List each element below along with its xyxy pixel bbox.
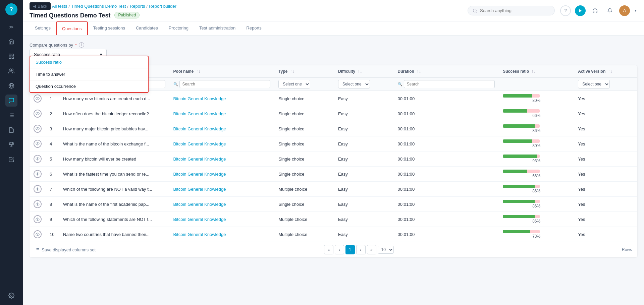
sidebar-item-chat[interactable] <box>5 95 17 107</box>
header-title-row: Timed Questions Demo Test Published <box>30 11 462 19</box>
row-difficulty: Easy <box>334 136 394 151</box>
col-duration[interactable]: Duration ↑↓ <box>394 65 499 77</box>
sidebar-expand[interactable]: ≫ <box>5 21 17 33</box>
prev-page-btn[interactable]: ‹ <box>335 245 344 254</box>
sidebar-item-dashboard[interactable] <box>5 50 17 62</box>
row-duration: 00:01:00 <box>394 182 499 197</box>
filter-duration-input[interactable] <box>404 80 495 88</box>
back-button[interactable]: ◀ Back <box>30 2 51 10</box>
row-type: Single choice <box>274 121 334 136</box>
progress-label: 86% <box>532 189 540 193</box>
content-area: Compare questions by * i Success ratio ▾… <box>23 36 644 305</box>
table-footer: Save displayed columns set « ‹ 1 › » 10 … <box>30 242 637 257</box>
sidebar-item-users[interactable] <box>5 65 17 77</box>
first-page-btn[interactable]: « <box>324 245 333 254</box>
save-columns-btn[interactable]: Save displayed columns set <box>35 247 96 252</box>
last-page-btn[interactable]: » <box>367 245 376 254</box>
col-active[interactable]: Active version ↑↓ <box>574 65 637 77</box>
svg-rect-14 <box>10 142 13 145</box>
row-success: 66% <box>499 106 574 121</box>
breadcrumb-reports: Reports <box>130 4 145 9</box>
dropdown-option-question-occurrence[interactable]: Question occurrence <box>30 80 148 92</box>
filter-difficulty-cell: Select one <box>334 77 394 91</box>
tab-reports[interactable]: Reports <box>241 21 267 35</box>
headset-button[interactable] <box>590 5 600 16</box>
row-duration: 00:01:00 <box>394 167 499 182</box>
row-difficulty: Easy <box>334 197 394 212</box>
page-1-btn[interactable]: 1 <box>345 245 355 254</box>
tab-candidates[interactable]: Candidates <box>130 21 163 35</box>
row-num: 3 <box>46 121 59 136</box>
sidebar-item-check[interactable] <box>5 154 17 166</box>
row-type: Single choice <box>274 167 334 182</box>
sidebar-item-home[interactable] <box>5 36 17 48</box>
row-active: Yes <box>574 182 637 197</box>
filter-pool-input[interactable] <box>179 80 271 88</box>
sidebar-item-trophy[interactable] <box>5 139 17 151</box>
table-row: 9 Which of the following statements are … <box>30 212 637 227</box>
col-type[interactable]: Type ↑↓ <box>274 65 334 77</box>
question-eye-icon <box>34 185 42 193</box>
progress-bar-fill <box>503 94 532 98</box>
row-question: What is the fastest time you can send or… <box>59 167 169 182</box>
tab-testing-sessions[interactable]: Testing sessions <box>88 21 130 35</box>
col-difficulty[interactable]: Difficulty ↑↓ <box>334 65 394 77</box>
row-difficulty: Easy <box>334 212 394 227</box>
filter-active-select[interactable]: Select one <box>578 80 610 88</box>
sidebar: ? ≫ <box>0 0 23 305</box>
header-left: ◀ Back All tests / Timed Questions Demo … <box>30 2 462 19</box>
row-question: What is the name of the first academic p… <box>59 197 169 212</box>
col-success[interactable]: Success ratio ↑↓ <box>499 65 574 77</box>
avatar[interactable]: A <box>619 5 630 16</box>
row-duration: 00:01:00 <box>394 91 499 106</box>
info-icon[interactable]: i <box>79 42 84 48</box>
svg-point-27 <box>37 219 38 220</box>
filter-difficulty-select[interactable]: Select one <box>338 80 370 88</box>
rows-per-page-select[interactable]: 10 25 50 <box>378 246 394 254</box>
sidebar-item-settings[interactable] <box>5 290 17 302</box>
app-logo[interactable]: ? <box>5 3 17 15</box>
progress-bar-bg <box>503 185 540 188</box>
question-eye-icon <box>34 170 42 178</box>
tab-proctoring[interactable]: Proctoring <box>163 21 194 35</box>
sidebar-item-doc[interactable] <box>5 124 17 136</box>
page-title: Timed Questions Demo Test <box>30 12 110 19</box>
compare-section: Compare questions by * i Success ratio ▾… <box>30 42 637 60</box>
sort-type-icon: ↑↓ <box>290 69 294 74</box>
filter-type-select[interactable]: Select one <box>278 80 310 88</box>
row-icon-cell <box>30 227 46 242</box>
row-difficulty: Easy <box>334 106 394 121</box>
next-page-btn[interactable]: › <box>356 245 366 254</box>
search-input[interactable] <box>480 8 547 13</box>
table-row: 3 How many major bitcoin price bubbles h… <box>30 121 637 136</box>
search-pool-icon: 🔍 <box>173 82 178 86</box>
dropdown-option-success-ratio[interactable]: Success ratio <box>30 56 148 68</box>
dropdown-option-time-to-answer[interactable]: Time to answer <box>30 68 148 80</box>
help-button[interactable]: ? <box>560 5 571 16</box>
tab-questions[interactable]: Questions <box>56 21 88 35</box>
tab-test-administration[interactable]: Test administration <box>194 21 241 35</box>
col-pool[interactable]: Pool name ↑↓ <box>169 65 275 77</box>
row-difficulty: Easy <box>334 227 394 242</box>
row-success: 86% <box>499 197 574 212</box>
question-eye-icon <box>34 200 42 208</box>
notifications-button[interactable] <box>604 5 615 16</box>
search-box[interactable] <box>468 6 555 15</box>
published-badge: Published <box>114 12 140 18</box>
row-icon-cell <box>30 106 46 121</box>
sidebar-item-globe[interactable] <box>5 80 17 92</box>
row-type: Single choice <box>274 106 334 121</box>
row-success: 86% <box>499 212 574 227</box>
progress-bar-bg <box>503 139 540 143</box>
progress-bar-bg <box>503 109 540 113</box>
row-duration: 00:01:00 <box>394 136 499 151</box>
row-active: Yes <box>574 167 637 182</box>
sidebar-item-list[interactable] <box>5 109 17 121</box>
table-row: 8 What is the name of the first academic… <box>30 197 637 212</box>
row-question: What is the name of the bitcoin exchange… <box>59 136 169 151</box>
search-duration-icon: 🔍 <box>398 82 402 86</box>
play-button[interactable] <box>575 5 586 16</box>
row-type: Single choice <box>274 197 334 212</box>
tab-settings[interactable]: Settings <box>30 21 56 35</box>
pagination: « ‹ 1 › » 10 25 50 <box>324 245 394 254</box>
